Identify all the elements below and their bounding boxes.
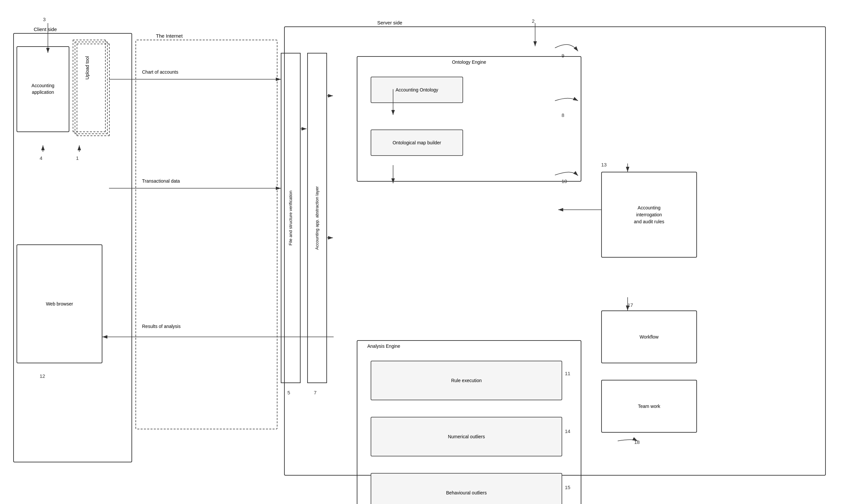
workflow-box: Workflow [601,310,697,363]
upload-tool-label: Upload tool [85,56,90,79]
ref-15: 15 [565,485,571,490]
ref-8: 8 [561,112,564,118]
ref-5: 5 [287,390,290,395]
accounting-layer-label: Accounting app. abstraction layer [315,186,320,250]
ref-1: 1 [76,155,78,161]
numerical-outliers-box: Numerical outliers [371,417,562,456]
accounting-ontology-box: Accounting Ontology [371,77,463,103]
ref-12: 12 [40,373,45,379]
behavioural-outliers-box: Behavioural outliers [371,473,562,504]
analysis-engine-label: Analysis Engine [367,343,400,349]
chart-of-accounts-label: Chart of accounts [142,69,178,75]
upload-tool-stack: Upload tool [73,40,109,139]
ref-3: 3 [43,17,46,22]
ref-9: 9 [561,53,564,58]
ref-10: 10 [561,178,567,184]
upload-box-front [77,43,110,136]
client-side-label: Client side [34,26,57,32]
internet-box: The Internet [136,40,278,429]
accounting-layer-bar: Accounting app. abstraction layer [307,53,327,383]
ontological-map-box: Ontological map builder [371,129,463,156]
ref-17: 17 [628,302,633,308]
server-side-label: Server side [377,20,402,25]
transactional-data-label: Transactional data [142,178,180,184]
team-work-box: Team work [601,380,697,433]
internet-label: The Internet [156,33,183,39]
file-structure-label: File and structure verification [288,191,294,246]
ref-18: 18 [634,439,640,445]
web-browser-box: Web browser [17,245,102,363]
ref-13: 13 [601,162,607,167]
results-of-analysis-label: Results of analysis [142,324,181,329]
analysis-engine-box: Analysis Engine Rule execution 11 Numeri… [357,340,581,504]
accounting-interrogation-box: Accounting interrogation and audit rules [601,172,697,258]
ref-4: 4 [40,155,42,161]
accounting-app-box: Accounting application [17,46,69,132]
ontology-engine-label: Ontology Engine [452,59,486,65]
ref-14: 14 [565,428,571,434]
ontology-engine-box: Ontology Engine Accounting Ontology Onto… [357,56,581,182]
ref-11: 11 [565,371,571,376]
ref-7: 7 [314,390,317,395]
rule-execution-box: Rule execution [371,361,562,400]
ref-2: 2 [532,18,535,24]
file-structure-bar: File and structure verification [281,53,301,383]
